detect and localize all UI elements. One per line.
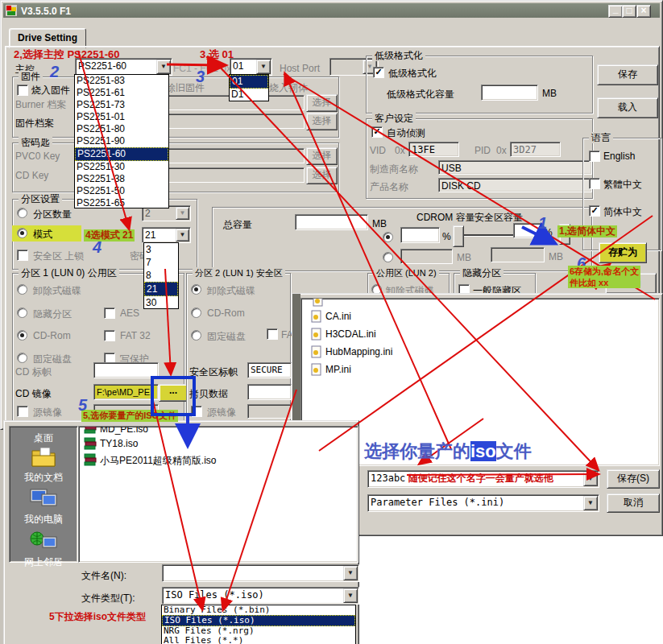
cdrom-pct-field[interactable] — [400, 227, 440, 243]
sub-option[interactable]: D1 — [230, 89, 268, 101]
maximize-button[interactable]: □ — [622, 5, 636, 18]
master-dropdown-list[interactable]: PS2251-83 PS2251-61 PS2251-73 PS2251-01 … — [74, 74, 169, 208]
cd-image-field[interactable]: F:\pe\MD_PE. — [93, 384, 159, 400]
list-item-label[interactable]: MP.ini — [325, 364, 351, 375]
save-filename-combobox[interactable]: 123abc 随便记住这个名字一会量产就选他 ▼ — [367, 470, 599, 488]
lowlevel-cap-field[interactable] — [481, 85, 538, 101]
mode-option[interactable]: 7 — [144, 256, 178, 269]
lun1-cdrom-radio[interactable] — [191, 308, 201, 318]
list-item-label[interactable]: HubMapping.ini — [325, 346, 392, 357]
list-item-label[interactable]: H3CDAL.ini — [325, 328, 376, 340]
open-type-combobox[interactable]: ISO Files (*.iso) ▼ — [162, 587, 359, 605]
mode-dropdown-list[interactable]: 3 7 8 21 30 — [143, 242, 179, 309]
lun0-aes-checkbox[interactable] — [104, 308, 115, 319]
title-bar[interactable]: V3.5.5.0 F1 _ □ × — [3, 3, 660, 18]
cancel-button[interactable]: 取消 — [605, 273, 657, 294]
cdrom-mb-field[interactable] — [400, 249, 453, 264]
vid-field[interactable]: 13FE — [408, 142, 459, 157]
place-desktop[interactable]: 桌面 — [10, 431, 77, 445]
list-item-label[interactable]: TY18.iso — [100, 438, 138, 449]
mode-option[interactable]: 8 — [144, 269, 178, 282]
master-option[interactable]: PS2251-01 — [75, 111, 168, 123]
lun0-src-checkbox[interactable] — [17, 406, 28, 417]
master-combo-arrow-icon[interactable]: ▼ — [156, 60, 171, 74]
place-my-documents[interactable]: 我的文档 — [10, 471, 77, 485]
pvc0-select-button[interactable]: 选择 — [306, 147, 338, 165]
my-computer-icon[interactable] — [29, 486, 58, 510]
autodetect-checkbox[interactable]: ✓ — [371, 126, 383, 138]
list-item-label[interactable]: MD_PE.iso — [100, 426, 148, 435]
list-item[interactable] — [311, 363, 322, 376]
open-type-arrow-icon[interactable]: ▼ — [343, 588, 358, 603]
secure-tag-field[interactable]: SECURE — [247, 362, 292, 378]
list-item[interactable] — [311, 328, 322, 341]
mode-arrow-icon[interactable]: ▼ — [176, 229, 189, 242]
save-type-arrow-icon[interactable]: ▼ — [583, 496, 598, 510]
master-option[interactable]: PS2251-80 — [75, 123, 168, 135]
lun0-fat32-checkbox[interactable] — [104, 330, 115, 341]
lun1-src-checkbox[interactable] — [191, 406, 202, 417]
cd-image-browse-button[interactable]: ... — [159, 384, 188, 402]
lun1-src-field[interactable] — [247, 404, 292, 419]
mode-radio[interactable] — [17, 228, 27, 238]
master-option[interactable]: PS2251-30 — [75, 161, 168, 173]
place-network[interactable]: 网上邻居 — [10, 555, 77, 569]
sub-option-selected[interactable]: 01 — [230, 75, 268, 89]
master-option[interactable]: PS2251-50 — [75, 185, 168, 197]
lowlevel-checkbox[interactable]: ✓ — [373, 67, 384, 78]
close-button[interactable]: × — [636, 5, 651, 18]
vendor-field[interactable]: USB — [438, 160, 592, 175]
load-button[interactable]: 载入 — [597, 97, 658, 118]
master-option[interactable]: PS2251-83 — [75, 75, 168, 87]
sub-combobox[interactable]: 01 ▼ — [230, 58, 272, 76]
copy-data-field[interactable] — [247, 384, 292, 400]
minimize-button[interactable]: _ — [608, 5, 623, 18]
secure-pct-field[interactable] — [513, 223, 543, 238]
save-type-combobox[interactable]: Parameter Files (*.ini) ▼ — [367, 494, 599, 512]
lun0-fixed-radio[interactable] — [17, 353, 27, 363]
save-dialog-cancel-button[interactable]: 取消 — [607, 493, 660, 513]
sub-combo-arrow-icon[interactable]: ▼ — [256, 60, 271, 74]
filetype-option[interactable]: All Files (*.*) — [162, 636, 355, 644]
partition-count-radio[interactable] — [17, 208, 27, 218]
list-item-label[interactable]: 小马PE2011超级精简版.iso — [100, 454, 217, 468]
list-item[interactable] — [311, 345, 322, 358]
total-capacity-field[interactable] — [295, 214, 368, 230]
save-as-button[interactable]: 存贮为 — [599, 242, 647, 263]
master-option-selected[interactable]: PS2251-60 — [75, 147, 168, 161]
open-filename-combobox[interactable]: ▼ — [162, 564, 359, 582]
master-option[interactable]: PS2251-61 — [75, 87, 168, 99]
lun1-fixed-radio[interactable] — [191, 330, 201, 341]
burner-select-button[interactable]: 选择 — [306, 94, 338, 112]
filetype-option[interactable]: Binary Files (*.bin) — [162, 605, 355, 615]
save-dialog-save-button[interactable]: 保存(S) — [607, 469, 660, 489]
lun0-cdrom-radio[interactable] — [17, 330, 27, 341]
mode-option[interactable]: 30 — [144, 296, 178, 309]
my-documents-icon[interactable] — [29, 444, 58, 469]
list-item[interactable] — [311, 310, 322, 323]
master-option[interactable]: PS2251-90 — [75, 135, 168, 147]
master-option[interactable]: PS2251-38 — [75, 173, 168, 185]
master-option[interactable]: PS2251-73 — [75, 99, 168, 111]
secure-lock-checkbox[interactable] — [17, 250, 28, 261]
cdrom-slider-handle[interactable] — [453, 225, 464, 247]
cdrom-pct-radio[interactable] — [383, 232, 393, 242]
secure-mb-field[interactable] — [491, 247, 545, 262]
cdrom-mb-radio[interactable] — [383, 252, 393, 262]
filetype-dropdown-list[interactable]: Binary Files (*.bin) ISO Files (*.iso) N… — [161, 605, 356, 644]
network-places-icon[interactable] — [29, 529, 58, 553]
place-my-computer[interactable]: 我的电脑 — [10, 513, 77, 526]
lun1-fat32-checkbox[interactable] — [267, 328, 278, 340]
filetype-option-selected[interactable]: ISO Files (*.iso) — [162, 615, 355, 626]
list-item-label[interactable]: CA.ini — [325, 311, 351, 322]
product-field[interactable]: DISK CD — [438, 178, 592, 192]
burn-firmware-checkbox[interactable] — [17, 85, 28, 96]
master-combobox[interactable]: PS2251-60 ▼ — [75, 58, 172, 76]
lang-traditional-checkbox[interactable] — [589, 178, 600, 189]
lun0-removable-radio[interactable] — [17, 284, 27, 295]
secure-slider-handle[interactable] — [559, 224, 570, 245]
fw-select-button[interactable]: 选择 — [306, 113, 338, 130]
cd-label-field[interactable] — [93, 362, 159, 378]
lun1-removable-radio[interactable] — [191, 284, 201, 295]
cd-key-select-button[interactable]: 选择 — [306, 167, 338, 184]
